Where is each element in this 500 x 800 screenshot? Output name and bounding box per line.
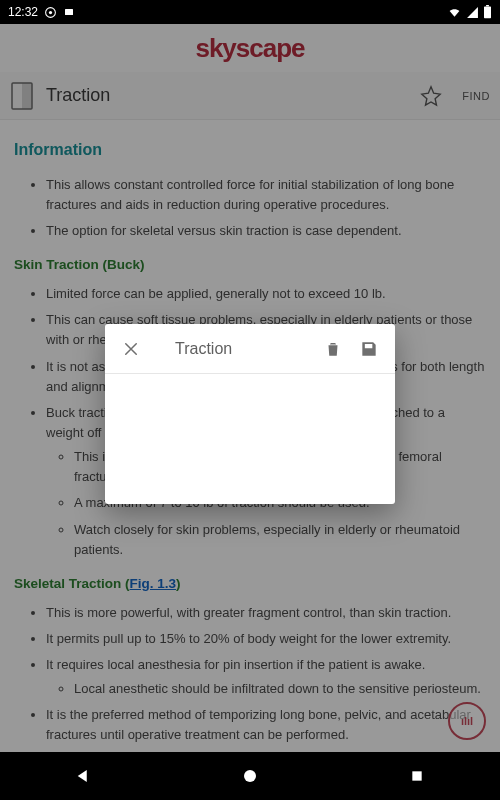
title-bar: Traction FIND xyxy=(0,72,500,120)
nav-recents-button[interactable] xyxy=(397,756,437,796)
square-recents-icon xyxy=(409,768,425,784)
section-skin-traction: Skin Traction (Buck) xyxy=(14,255,486,276)
note-dialog: Traction xyxy=(105,324,395,504)
card-icon xyxy=(63,6,75,18)
svg-point-1 xyxy=(49,10,52,13)
trash-icon xyxy=(324,339,342,359)
close-button[interactable] xyxy=(117,335,145,363)
nav-home-button[interactable] xyxy=(230,756,270,796)
delete-button[interactable] xyxy=(319,335,347,363)
brand-logo: skyscape xyxy=(0,24,500,72)
app-notif-icon xyxy=(44,6,57,19)
system-nav-bar xyxy=(0,752,500,800)
figure-link[interactable]: Fig. 1.3 xyxy=(130,576,177,591)
list-item: Local anesthetic should be infiltrated d… xyxy=(74,679,486,699)
signal-icon xyxy=(466,6,479,19)
status-bar: 12:32 xyxy=(0,0,500,24)
list-item: It permits pull up to 15% to 20% of body… xyxy=(46,629,486,649)
svg-point-7 xyxy=(244,770,256,782)
battery-icon xyxy=(483,5,492,19)
list-item: It requires local anesthesia for pin ins… xyxy=(46,655,486,699)
triangle-back-icon xyxy=(74,767,92,785)
page-title: Traction xyxy=(46,85,408,106)
section-information: Information xyxy=(14,138,486,163)
wifi-icon xyxy=(447,6,462,19)
status-time: 12:32 xyxy=(8,5,38,19)
svg-rect-4 xyxy=(486,5,489,6)
svg-rect-2 xyxy=(65,9,73,15)
list-item: This is more powerful, with greater frag… xyxy=(46,603,486,623)
list-item: The option for skeletal versus skin trac… xyxy=(46,221,486,241)
nav-back-button[interactable] xyxy=(63,756,103,796)
section-skeletal-traction: Skeletal Traction (Fig. 1.3) xyxy=(14,574,486,595)
dialog-title: Traction xyxy=(153,340,311,358)
svg-rect-6 xyxy=(22,83,32,109)
favorite-button[interactable] xyxy=(420,85,442,107)
save-icon xyxy=(359,339,379,359)
svg-rect-3 xyxy=(484,6,491,18)
svg-rect-8 xyxy=(412,771,421,780)
circle-home-icon xyxy=(241,767,259,785)
list-item: Watch closely for skin problems, especia… xyxy=(74,520,486,560)
find-button[interactable]: FIND xyxy=(462,90,490,102)
close-icon xyxy=(122,340,140,358)
save-button[interactable] xyxy=(355,335,383,363)
document-icon xyxy=(10,82,34,110)
list-item: This allows constant controlled force fo… xyxy=(46,175,486,215)
fab-button[interactable]: ılıl xyxy=(448,702,486,740)
list-item: It is the preferred method of temporizin… xyxy=(46,705,486,745)
list-item: Limited force can be applied, generally … xyxy=(46,284,486,304)
